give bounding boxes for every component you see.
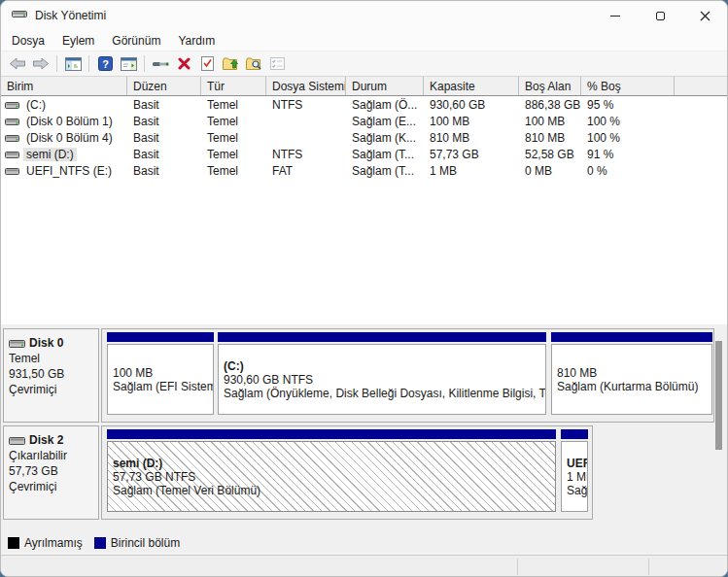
volume-layout: Basit xyxy=(127,115,201,128)
partition-color-bar xyxy=(107,332,214,342)
volume-fs: FAT xyxy=(266,164,346,178)
help-icon: ? xyxy=(98,56,113,71)
volume-layout: Basit xyxy=(127,131,201,145)
toolbar-separator xyxy=(88,55,89,72)
menu-eylem[interactable]: Eylem xyxy=(53,32,103,50)
disk0-row: Disk 0 Temel 931,50 GB Çevrimiçi 100 MB … xyxy=(3,328,714,423)
column-header-pct-bos[interactable]: % Boş xyxy=(581,77,675,95)
volume-icon xyxy=(5,117,19,126)
column-header-birim[interactable]: Birim xyxy=(1,77,127,95)
partition-recovery[interactable]: 810 MB Sağlam (Kurtarma Bölümü) xyxy=(551,332,712,415)
volume-row-semi-d[interactable]: semi (D:) Basit Temel NTFS Sağlam (T... … xyxy=(1,146,727,162)
partition-uefi-ntfs[interactable]: UEFI_NTFS 1 MB Sağlam xyxy=(561,429,588,512)
volume-capacity: 1 MB xyxy=(424,164,519,178)
column-header-tur[interactable]: Tür xyxy=(201,77,266,95)
maximize-icon xyxy=(656,12,665,20)
disk-name: Disk 2 xyxy=(29,432,63,448)
column-header-duzen[interactable]: Düzen xyxy=(127,77,201,95)
volume-pct-free: 100 % xyxy=(581,131,675,145)
maximize-button[interactable] xyxy=(638,1,682,30)
show-action-pane-button[interactable] xyxy=(117,53,140,75)
column-header-filler xyxy=(675,77,727,95)
disk2-info[interactable]: Disk 2 Çıkarılabilir 57,73 GB Çevrimiçi xyxy=(3,425,99,520)
volume-row-c[interactable]: (C:) Basit Temel NTFS Sağlam (Ö... 930,6… xyxy=(1,96,727,113)
partition-size: 57,73 GB NTFS xyxy=(113,470,555,484)
volume-status: Sağlam (T... xyxy=(346,148,424,161)
folder-explore-button[interactable] xyxy=(242,53,265,75)
volume-status: Sağlam (Ö... xyxy=(346,98,424,112)
volume-row-disk0-bolum4[interactable]: (Disk 0 Bölüm 4) Basit Temel Sağlam (K..… xyxy=(1,129,727,146)
scrollbar-thumb[interactable] xyxy=(715,341,722,450)
statusbar-divider xyxy=(517,559,518,575)
disk0-partitions: 100 MB Sağlam (EFI Sistem (C:) 930,60 GB… xyxy=(101,328,714,423)
partition-label: UEFI_NTFS xyxy=(567,457,587,470)
volume-pct-free: 95 % xyxy=(581,98,675,112)
document-check-icon xyxy=(201,56,214,71)
volume-layout: Basit xyxy=(127,98,201,112)
column-header-dosya-sistemi[interactable]: Dosya Sistemi xyxy=(266,77,346,95)
menu-yardim[interactable]: Yardım xyxy=(169,32,224,50)
toolbar-separator xyxy=(144,55,145,72)
properties-button[interactable] xyxy=(265,53,289,75)
partition-status: Sağlam (EFI Sistem xyxy=(113,380,213,393)
disk-size: 931,50 GB xyxy=(9,366,98,382)
partition-efi[interactable]: 100 MB Sağlam (EFI Sistem xyxy=(107,332,214,415)
minimize-button[interactable] xyxy=(593,1,638,30)
menu-gorunum[interactable]: Görünüm xyxy=(103,32,169,50)
folder-up-icon xyxy=(223,57,239,71)
vertical-scrollbar[interactable] xyxy=(714,326,723,530)
disk-kind: Çıkarılabilir xyxy=(9,448,98,463)
volume-capacity: 930,60 GB xyxy=(424,98,519,112)
graphical-view: Disk 0 Temel 931,50 GB Çevrimiçi 100 MB … xyxy=(1,324,727,532)
disk-status: Çevrimiçi xyxy=(9,479,98,494)
disk0-info[interactable]: Disk 0 Temel 931,50 GB Çevrimiçi xyxy=(3,328,99,423)
volume-icon xyxy=(5,166,19,176)
volume-icon xyxy=(5,100,19,110)
title-bar: Disk Yönetimi xyxy=(1,1,727,30)
partition-color-bar xyxy=(551,332,712,342)
partition-label: semi (D:) xyxy=(113,457,555,470)
legend-unallocated: Ayrılmamış xyxy=(24,536,83,550)
partition-status: Sağlam xyxy=(567,484,587,497)
task-check-button[interactable] xyxy=(195,53,219,75)
volume-pct-free: 91 % xyxy=(581,148,675,161)
volume-type: Temel xyxy=(201,164,266,178)
volume-free: 52,58 GB xyxy=(519,148,581,161)
legend-bar: Ayrılmamış Birincil bölüm xyxy=(1,532,727,553)
show-console-tree-button[interactable] xyxy=(61,53,85,75)
close-icon xyxy=(700,11,711,21)
volume-row-uefi-ntfs-e[interactable]: UEFI_NTFS (E:) Basit Temel FAT Sağlam (T… xyxy=(1,162,727,179)
tool-button[interactable] xyxy=(149,53,172,75)
column-header-bos-alan[interactable]: Boş Alan xyxy=(519,77,581,95)
menu-bar: Dosya Eylem Görünüm Yardım xyxy=(1,30,727,51)
screwdriver-icon xyxy=(152,57,169,70)
menu-dosya[interactable]: Dosya xyxy=(3,32,53,50)
column-header-durum[interactable]: Durum xyxy=(346,77,424,95)
volume-name: (Disk 0 Bölüm 1) xyxy=(23,115,116,128)
column-header-kapasite[interactable]: Kapasite xyxy=(424,77,519,95)
help-button[interactable]: ? xyxy=(93,53,117,75)
delete-volume-button[interactable] xyxy=(172,53,195,75)
volume-list: Birim Düzen Tür Dosya Sistemi Durum Kapa… xyxy=(1,77,727,324)
partition-semi-d-selected[interactable]: semi (D:) 57,73 GB NTFS Sağlam (Temel Ve… xyxy=(107,429,556,512)
partition-c[interactable]: (C:) 930,60 GB NTFS Sağlam (Önyükleme, D… xyxy=(218,332,546,415)
folder-search-icon xyxy=(246,57,262,71)
volume-type: Temel xyxy=(201,148,266,161)
minimize-icon xyxy=(610,16,620,17)
forward-button[interactable] xyxy=(29,53,52,75)
forward-arrow-icon xyxy=(32,57,50,70)
partition-status: Sağlam (Temel Veri Bölümü) xyxy=(113,484,555,497)
partition-label: (C:) xyxy=(224,359,545,373)
window-title: Disk Yönetimi xyxy=(35,9,106,22)
checklist-icon xyxy=(270,57,285,70)
volume-fs: NTFS xyxy=(266,98,346,112)
back-button[interactable] xyxy=(6,53,29,75)
folder-open-button[interactable] xyxy=(219,53,242,75)
primary-partition-swatch xyxy=(94,537,106,549)
legend-primary-partition: Birincil bölüm xyxy=(111,536,180,550)
disk2-row: Disk 2 Çıkarılabilir 57,73 GB Çevrimiçi … xyxy=(3,425,593,520)
volume-row-disk0-bolum1[interactable]: (Disk 0 Bölüm 1) Basit Temel Sağlam (E..… xyxy=(1,113,727,129)
close-button[interactable] xyxy=(682,1,727,30)
unallocated-swatch xyxy=(8,537,19,549)
volume-capacity: 100 MB xyxy=(424,115,519,128)
